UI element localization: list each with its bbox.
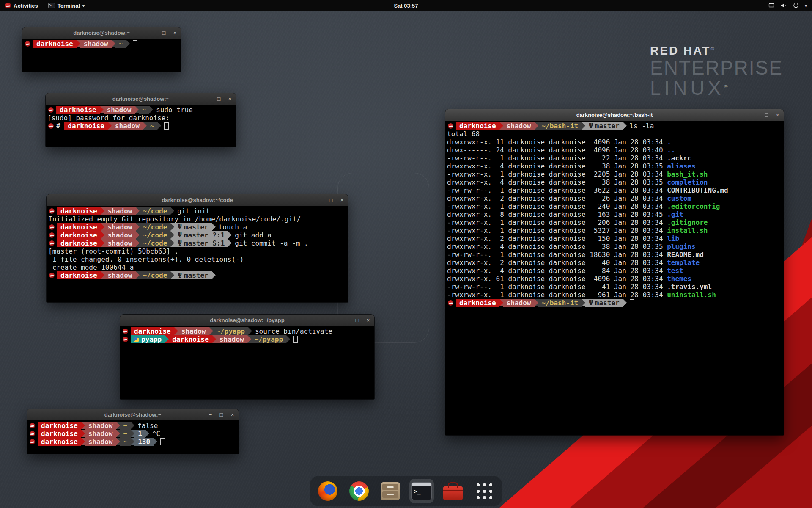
maximize-button[interactable]: □	[764, 109, 769, 121]
prompt-path-segment: ~/code	[140, 239, 171, 247]
powerline-separator	[170, 223, 174, 231]
app-menu-label: Terminal	[58, 3, 80, 9]
prompt-user-segment: darknoise	[456, 299, 499, 307]
close-button[interactable]: ×	[172, 27, 178, 39]
dock-item-app-grid[interactable]	[472, 479, 497, 503]
dock-item-toolbox[interactable]	[441, 479, 465, 503]
directory-name: completion	[667, 178, 708, 186]
prompt-user-segment: darknoise	[169, 335, 212, 343]
powerline-separator	[77, 40, 80, 47]
window-titlebar[interactable]: darknoise@shadow:~/pyapp − □ ×	[120, 315, 374, 326]
powerline-separator	[212, 335, 216, 343]
window-titlebar[interactable]: darknoise@shadow:~ − □ ×	[22, 27, 181, 39]
executable-name: install.sh	[667, 226, 708, 235]
close-button[interactable]: ×	[230, 409, 235, 420]
dock-item-files[interactable]	[378, 479, 403, 503]
window-titlebar[interactable]: darknoise@shadow:~/code − □ ×	[47, 194, 348, 206]
redhat-prompt-icon	[49, 224, 55, 230]
close-button[interactable]: ×	[339, 194, 345, 206]
prompt-path-segment: ~/bash-it	[538, 122, 582, 130]
window-titlebar[interactable]: darknoise@shadow:~/bash-it − □ ×	[445, 109, 784, 121]
window-titlebar[interactable]: darknoise@shadow:~ − □ ×	[27, 409, 239, 421]
powerline-separator	[108, 122, 112, 130]
clock[interactable]: Sat 03:57	[0, 3, 812, 9]
powerline-separator	[582, 299, 585, 306]
prompt-text: .ackrc	[667, 154, 691, 162]
volume-icon[interactable]	[780, 2, 787, 9]
dock-item-firefox[interactable]	[315, 479, 340, 503]
powerline-separator	[145, 430, 149, 437]
terminal-content[interactable]: darknoiseshadow~falsedarknoiseshadow~1^C…	[27, 420, 239, 454]
prompt-user-segment: darknoise	[38, 430, 81, 438]
prompt-host-segment: shadow	[503, 122, 535, 130]
prompt-git-segment: Ψmaster	[174, 223, 211, 231]
terminal-line: [master (root-commit) 50bcb63] .	[48, 247, 347, 255]
close-button[interactable]: ×	[775, 109, 780, 121]
activities-button[interactable]: Activities	[0, 0, 43, 11]
prompt-user-segment: darknoise	[57, 239, 101, 247]
command-text: git commit -a -m .	[235, 239, 308, 247]
output-text: drwxrwxr-x. 4 darknoise darknoise 38 Jan…	[447, 178, 667, 186]
redhat-prompt-icon	[448, 123, 453, 129]
maximize-button[interactable]: □	[328, 194, 334, 206]
terminal-content[interactable]: darknoiseshadow~/bash-itΨmasterls -latot…	[445, 121, 784, 435]
minimize-button[interactable]: −	[150, 27, 156, 39]
terminal-line: -rwxrwxr-x. 1 darknoise darknoise 206 Ja…	[447, 218, 783, 226]
window-titlebar[interactable]: darknoise@shadow:~ − □ ×	[46, 93, 236, 105]
directory-name: ..	[667, 146, 675, 154]
power-icon[interactable]	[793, 2, 799, 9]
maximize-button[interactable]: □	[354, 315, 360, 326]
minimize-button[interactable]: −	[205, 93, 211, 105]
prompt-user-segment: darknoise	[38, 438, 81, 446]
directory-name: lib	[667, 235, 679, 243]
powerline-separator	[170, 271, 174, 279]
prompt-host-segment: shadow	[216, 335, 247, 343]
maximize-button[interactable]: □	[216, 93, 222, 105]
terminal-window-bashit: darknoise@shadow:~/bash-it − □ × darknoi…	[445, 109, 784, 435]
powerline-separator	[228, 231, 232, 239]
terminal-content[interactable]: darknoiseshadow~/codegit initInitialized…	[47, 206, 348, 302]
powerline-separator	[623, 122, 627, 130]
prompt-path-segment: ~/code	[140, 231, 171, 239]
chevron-down-icon: ▾	[805, 3, 807, 8]
chevron-down-icon: ▾	[82, 3, 85, 8]
prompt-host-segment: shadow	[80, 40, 112, 48]
minimize-button[interactable]: −	[317, 194, 323, 206]
dock-item-terminal[interactable]: >_	[409, 479, 434, 503]
app-menu[interactable]: >_ Terminal ▾	[43, 0, 90, 11]
redhat-prompt-icon	[49, 273, 55, 278]
terminal-line: drwxrwxr-x. 2 darknoise darknoise 150 Ja…	[447, 235, 783, 243]
dock-item-chrome[interactable]	[347, 479, 371, 503]
terminal-line: pyappdarknoiseshadow~/pyapp	[122, 335, 373, 343]
minimize-button[interactable]: −	[343, 315, 349, 326]
close-button[interactable]: ×	[227, 93, 233, 105]
powerline-separator	[101, 271, 104, 279]
terminal-line: darknoiseshadow~/codeΨmaster	[48, 271, 347, 279]
prompt-user-segment: darknoise	[456, 122, 499, 130]
prompt-user-segment: darknoise	[57, 271, 101, 279]
output-text: Initialized empty Git repository in /hom…	[48, 215, 301, 223]
prompt-git-segment: Ψmaster ?:1	[174, 231, 228, 239]
terminal-content[interactable]: darknoiseshadow~/pyappsource bin/activat…	[120, 326, 374, 399]
command-text: git init	[177, 207, 210, 215]
prompt-git-segment: Ψmaster	[174, 271, 211, 279]
powerline-separator	[582, 122, 585, 130]
powerline-separator	[157, 122, 161, 130]
terminal-content[interactable]: darknoiseshadow~	[22, 39, 181, 72]
powerline-separator	[248, 327, 252, 335]
maximize-button[interactable]: □	[161, 27, 167, 39]
close-button[interactable]: ×	[365, 315, 371, 326]
minimize-button[interactable]: −	[753, 109, 758, 121]
powerline-separator	[174, 327, 178, 335]
terminal-content[interactable]: darknoiseshadow~sudo true[sudo] password…	[46, 105, 236, 147]
maximize-button[interactable]: □	[219, 409, 224, 420]
display-icon[interactable]	[768, 2, 775, 9]
terminal-line: darknoiseshadow~sudo true	[47, 106, 235, 114]
prompt-user-segment: darknoise	[38, 422, 81, 430]
window-title: darknoise@shadow:~	[104, 411, 161, 418]
terminal-line: drwxrwxr-x. 61 darknoise darknoise 4096 …	[447, 275, 783, 283]
minimize-button[interactable]: −	[208, 409, 213, 420]
powerline-separator	[135, 106, 139, 113]
prompt-text: CONTRIBUTING.md	[667, 186, 728, 194]
terminal-window-home-1: darknoise@shadow:~ − □ × darknoiseshadow…	[22, 27, 181, 72]
